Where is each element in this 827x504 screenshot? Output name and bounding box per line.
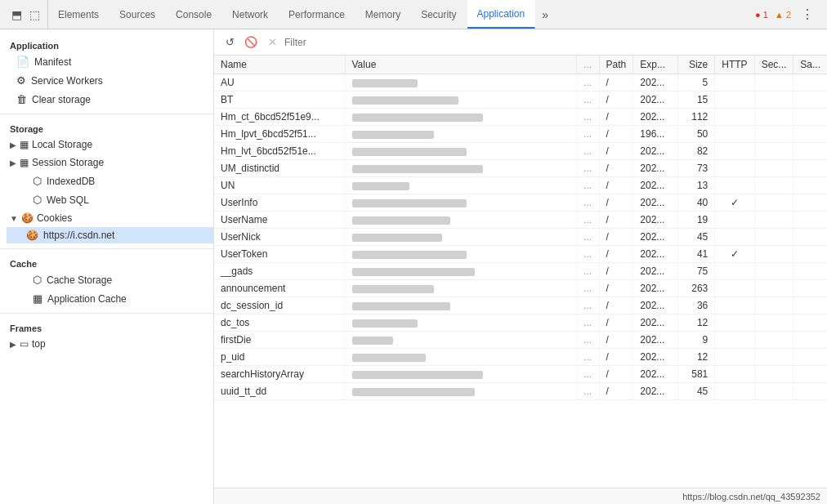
web-sql-label: Web SQL [47, 194, 89, 206]
cell-sec [754, 91, 793, 109]
local-storage-label: Local Storage [32, 139, 92, 150]
sidebar-item-clear-storage[interactable]: 🗑 Clear storage [0, 90, 213, 109]
application-section-title: Application [0, 36, 213, 52]
table-row[interactable]: uuid_tt_dd.../202...45 [214, 383, 827, 400]
tab-application[interactable]: Application [467, 0, 536, 29]
tab-memory[interactable]: Memory [355, 0, 411, 29]
more-tabs-button[interactable]: » [535, 8, 555, 21]
cell-dots[interactable]: ... [576, 280, 599, 297]
delete-button[interactable]: ✕ [263, 33, 281, 51]
session-storage-header[interactable]: ▶ ▦ Session Storage [0, 154, 213, 172]
cell-dots[interactable]: ... [576, 246, 599, 263]
table-row[interactable]: Hm_lpvt_6bcd52f51....../196...50 [214, 126, 827, 143]
table-row[interactable]: UserName.../202...19 [214, 212, 827, 229]
top-frame-header[interactable]: ▶ ▭ top [0, 335, 213, 353]
tab-network[interactable]: Network [222, 0, 279, 29]
sidebar-item-service-workers[interactable]: ⚙ Service Workers [0, 71, 213, 90]
error-badge[interactable]: ● 1 [755, 10, 768, 20]
cell-dots[interactable]: ... [576, 332, 599, 349]
sidebar-item-cookies-url[interactable]: 🍪 https://i.csdn.net [7, 227, 213, 243]
table-row[interactable]: p_uid.../202...12 [214, 349, 827, 366]
dock-icon[interactable]: ⬒ [8, 7, 25, 23]
cell-dots[interactable]: ... [576, 160, 599, 177]
cell-dots[interactable]: ... [576, 366, 599, 383]
cell-name: Hm_ct_6bcd52f51e9... [214, 109, 345, 126]
refresh-button[interactable]: ↺ [221, 33, 239, 51]
cell-dots[interactable]: ... [576, 194, 599, 212]
cell-path: / [599, 229, 633, 246]
cell-http [715, 314, 754, 332]
sidebar-item-application-cache[interactable]: ▦ Application Cache [0, 289, 213, 308]
table-row[interactable]: dc_session_id.../202...36 [214, 297, 827, 314]
cell-dots[interactable]: ... [576, 126, 599, 143]
cell-sec [754, 229, 793, 246]
table-row[interactable]: UserToken.../202...41✓ [214, 246, 827, 263]
sidebar-item-indexeddb[interactable]: ⬡ IndexedDB [0, 172, 213, 190]
table-row[interactable]: UM_distinctid.../202...73 [214, 160, 827, 177]
cell-value [345, 160, 576, 177]
cell-size: 75 [678, 263, 715, 280]
cell-http [715, 91, 754, 109]
table-row[interactable]: Hm_ct_6bcd52f51e9....../202...112 [214, 109, 827, 126]
cell-dots[interactable]: ... [576, 349, 599, 366]
cell-path: / [599, 349, 633, 366]
cell-dots[interactable]: ... [576, 383, 599, 400]
tab-sources[interactable]: Sources [110, 0, 166, 29]
warning-badge[interactable]: ▲ 2 [775, 10, 791, 20]
table-row[interactable]: Hm_lvt_6bcd52f51e....../202...82 [214, 143, 827, 160]
inspect-icon[interactable]: ⬚ [26, 7, 42, 23]
sidebar-item-manifest[interactable]: 📄 Manifest [0, 52, 213, 71]
cell-dots[interactable]: ... [576, 109, 599, 126]
col-header-sa[interactable]: Sa... [793, 56, 827, 74]
table-row[interactable]: __gads.../202...75 [214, 263, 827, 280]
table-row[interactable]: firstDie.../202...9 [214, 332, 827, 349]
tab-performance[interactable]: Performance [279, 0, 355, 29]
cell-sa [793, 246, 827, 263]
cookies-header[interactable]: ▼ 🍪 Cookies [0, 209, 213, 227]
table-row[interactable]: UserInfo.../202...40✓ [214, 194, 827, 212]
cell-size: 36 [678, 297, 715, 314]
cell-dots[interactable]: ... [576, 314, 599, 332]
cell-dots[interactable]: ... [576, 229, 599, 246]
cell-dots[interactable]: ... [576, 91, 599, 109]
cell-dots[interactable]: ... [576, 143, 599, 160]
tab-elements[interactable]: Elements [48, 0, 110, 29]
col-header-exp[interactable]: Exp... [633, 56, 678, 74]
cell-dots[interactable]: ... [576, 74, 599, 91]
cell-http [715, 229, 754, 246]
col-header-value[interactable]: Value [345, 56, 576, 74]
col-header-size[interactable]: Size [678, 56, 715, 74]
col-header-path[interactable]: Path [599, 56, 633, 74]
cell-sa [793, 212, 827, 229]
cell-dots[interactable]: ... [576, 263, 599, 280]
more-menu-button[interactable]: ⋮ [798, 7, 817, 22]
cell-exp: 202... [633, 91, 678, 109]
table-row[interactable]: dc_tos.../202...12 [214, 314, 827, 332]
table-row[interactable]: announcement.../202...263 [214, 280, 827, 297]
clear-button[interactable]: 🚫 [242, 33, 260, 51]
cell-value [345, 194, 576, 212]
table-row[interactable]: AU.../202...5 [214, 74, 827, 91]
cookies-group: ▼ 🍪 Cookies 🍪 https://i.csdn.net [0, 209, 213, 243]
local-storage-header[interactable]: ▶ ▦ Local Storage [0, 136, 213, 154]
table-row[interactable]: BT.../202...15 [214, 91, 827, 109]
sidebar-item-web-sql[interactable]: ⬡ Web SQL [0, 190, 213, 209]
cell-value [345, 280, 576, 297]
tab-security[interactable]: Security [411, 0, 467, 29]
header-row: Name Value ... Path Exp... Size HTTP Sec… [214, 56, 827, 74]
table-row[interactable]: UN.../202...13 [214, 177, 827, 194]
cell-dots[interactable]: ... [576, 212, 599, 229]
filter-input[interactable] [284, 37, 820, 48]
cell-path: / [599, 91, 633, 109]
table-row[interactable]: UserNick.../202...45 [214, 229, 827, 246]
table-row[interactable]: searchHistoryArray.../202...581 [214, 366, 827, 383]
col-header-sec[interactable]: Sec... [754, 56, 793, 74]
col-header-http[interactable]: HTTP [715, 56, 754, 74]
col-header-name[interactable]: Name [214, 56, 345, 74]
cell-sa [793, 160, 827, 177]
cell-sec [754, 349, 793, 366]
cell-dots[interactable]: ... [576, 297, 599, 314]
sidebar-item-cache-storage[interactable]: ⬡ Cache Storage [0, 270, 213, 289]
tab-console[interactable]: Console [166, 0, 222, 29]
cell-dots[interactable]: ... [576, 177, 599, 194]
